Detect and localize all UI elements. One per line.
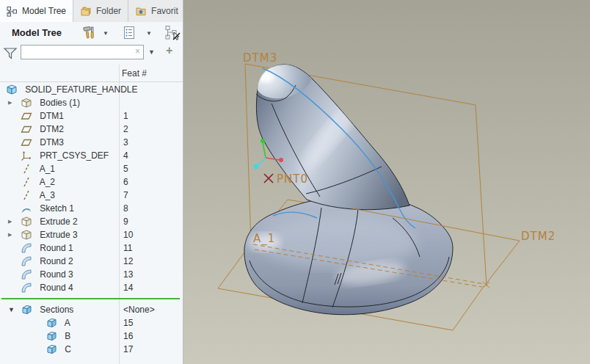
extrude-icon xyxy=(21,216,32,228)
tree-item-label: A_2 xyxy=(40,177,55,187)
tree-row[interactable]: ▼ Sections <None> xyxy=(0,303,183,316)
feat-number: 17 xyxy=(123,343,133,356)
axis-icon xyxy=(21,163,32,175)
tree-row[interactable]: Round 1 11 xyxy=(0,241,183,255)
expand-arrow-icon[interactable]: ▶ xyxy=(8,215,12,228)
axis-icon xyxy=(21,176,32,188)
tree-display-toggle-icon[interactable] xyxy=(164,25,182,44)
tree-row[interactable]: A_1 5 xyxy=(0,162,183,175)
tree-row[interactable]: Round 2 12 xyxy=(0,255,183,268)
panel-title: Model Tree xyxy=(12,27,62,38)
application-window: Model Tree Folder Favorit Mo xyxy=(0,0,590,364)
part-icon xyxy=(6,84,18,95)
dtm2-label[interactable]: DTM2 xyxy=(521,230,556,243)
tree-item-label: DTM3 xyxy=(40,137,64,148)
tree-row[interactable]: ▶ Bodies (1) xyxy=(0,96,183,109)
tree-row[interactable]: A 15 xyxy=(0,316,183,330)
tree-row[interactable]: ▶ Extrude 3 10 xyxy=(0,228,183,241)
add-filter-button[interactable]: + xyxy=(166,44,172,57)
datum-plane-icon xyxy=(21,110,32,122)
folder-icon xyxy=(80,6,92,17)
tree-item-label: Round 4 xyxy=(40,283,73,293)
tab-folder[interactable]: Folder xyxy=(73,0,128,22)
feat-number-column-header: Feat # xyxy=(122,68,147,79)
tree-item-label: Sketch 1 xyxy=(40,203,74,214)
round-icon xyxy=(21,282,32,294)
tree-item-label: A_1 xyxy=(40,164,55,174)
sketch-icon xyxy=(21,203,32,214)
tree-tools-icon[interactable] xyxy=(81,25,96,43)
tab-label: Model Tree xyxy=(22,6,66,16)
tree-row[interactable]: DTM3 3 xyxy=(0,136,183,149)
tree-row[interactable]: B 16 xyxy=(0,330,183,343)
tree-row[interactable]: C 17 xyxy=(0,343,183,356)
feat-number: 13 xyxy=(123,268,133,281)
feat-number: 9 xyxy=(123,215,128,228)
feat-number: 2 xyxy=(123,123,128,136)
expand-arrow-icon[interactable]: ▶ xyxy=(8,96,12,109)
section-item-icon xyxy=(45,330,57,342)
round-icon xyxy=(21,242,32,254)
tree-row[interactable]: Sketch 1 8 xyxy=(0,202,183,215)
tree-row[interactable]: Round 3 13 xyxy=(0,268,183,281)
insert-here-indicator xyxy=(0,294,183,303)
datum-plane-icon xyxy=(21,123,32,135)
clear-filter-icon[interactable]: × xyxy=(135,46,140,57)
tree-item-label: PRT_CSYS_DEF xyxy=(40,150,109,161)
tree-item-label: A xyxy=(65,318,70,328)
tree-row[interactable]: DTM2 2 xyxy=(0,123,183,136)
section-item-icon xyxy=(45,343,57,355)
feat-number: 12 xyxy=(123,255,133,268)
feat-number: 1 xyxy=(123,109,128,123)
tree-row[interactable]: Round 4 14 xyxy=(0,281,183,294)
feat-number: 11 xyxy=(123,241,132,255)
feat-number: 10 xyxy=(123,228,133,241)
feat-number: 3 xyxy=(123,136,128,149)
filter-input-box: × xyxy=(21,45,144,59)
tree-row[interactable]: A_3 7 xyxy=(0,189,183,202)
feat-number: 8 xyxy=(123,202,128,215)
feat-number: 5 xyxy=(123,162,128,175)
feat-number: 4 xyxy=(123,149,128,162)
tree-item-label: Sections xyxy=(40,305,73,315)
a1-axis-label[interactable]: A_1 xyxy=(253,232,275,246)
model-tree-icon xyxy=(7,6,18,17)
feat-number: 14 xyxy=(123,281,133,294)
feat-number: 16 xyxy=(123,330,133,343)
panel-header: Model Tree ▼ ▼ xyxy=(0,22,183,43)
panel-tab-bar: Model Tree Folder Favorit xyxy=(0,0,183,22)
tree-filters-dropdown-icon[interactable]: ▼ xyxy=(146,30,152,37)
tab-label: Folder xyxy=(96,6,121,16)
model-tree: SOLID_FEATURE_HANDLE ▶ Bodies (1) DTM1 1… xyxy=(0,83,183,356)
expand-arrow-icon[interactable]: ▶ xyxy=(8,228,12,241)
tree-item-label: C xyxy=(65,344,71,354)
tree-item-label: A_3 xyxy=(40,190,55,200)
tab-model-tree[interactable]: Model Tree xyxy=(0,0,73,22)
tree-row[interactable]: ▶ Extrude 2 9 xyxy=(0,215,183,228)
tree-row[interactable]: PRT_CSYS_DEF 4 xyxy=(0,149,183,162)
tree-row[interactable]: SOLID_FEATURE_HANDLE xyxy=(0,83,183,96)
feat-number: 6 xyxy=(123,175,128,189)
tab-favorites[interactable]: Favorit xyxy=(128,0,183,22)
model-tree-panel: Model Tree Folder Favorit Mo xyxy=(0,0,183,364)
dtm3-label[interactable]: DTM3 xyxy=(243,51,277,65)
pnt0-label[interactable]: PNT0 xyxy=(277,172,308,186)
tree-row[interactable]: A_2 6 xyxy=(0,175,183,189)
handle-base[interactable] xyxy=(244,195,453,314)
expand-arrow-icon[interactable]: ▼ xyxy=(8,303,15,316)
filter-funnel-icon[interactable] xyxy=(3,46,18,64)
tree-item-label: Round 2 xyxy=(40,256,73,266)
tree-item-label: DTM1 xyxy=(40,111,64,121)
csys-icon xyxy=(21,150,32,161)
section-item-icon xyxy=(45,317,57,329)
filter-input[interactable] xyxy=(23,46,128,59)
extrude-icon xyxy=(21,229,32,241)
tree-item-label: DTM2 xyxy=(40,124,64,134)
tree-filter-row: × ▼ + xyxy=(0,43,183,65)
tree-row[interactable]: DTM1 1 xyxy=(0,109,183,123)
tree-filters-icon[interactable] xyxy=(122,25,136,43)
round-icon xyxy=(21,255,32,267)
filter-dropdown-icon[interactable]: ▼ xyxy=(148,48,155,56)
3d-viewport[interactable]: PNT0 DTM3 DTM2 A_1 xyxy=(183,0,590,364)
tree-tools-dropdown-icon[interactable]: ▼ xyxy=(103,30,109,37)
